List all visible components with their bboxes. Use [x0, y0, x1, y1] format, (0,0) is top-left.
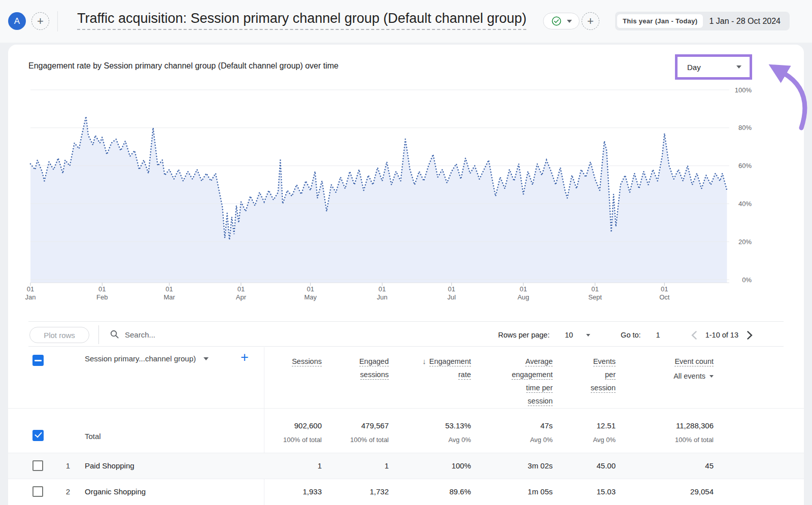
date-range-picker[interactable]: This year (Jan - Today) 1 Jan - 28 Oct 2…: [615, 12, 790, 30]
svg-text:01: 01: [448, 285, 455, 293]
avatar[interactable]: A: [8, 12, 26, 30]
goto-label: Go to:: [621, 331, 641, 339]
svg-text:80%: 80%: [738, 124, 752, 131]
svg-text:Jun: Jun: [377, 293, 388, 301]
total-metric-cell: 11,288,306100% of total: [675, 421, 714, 445]
column-header-avg-engagement-time[interactable]: Averageengagementtime persession: [512, 355, 553, 408]
row-number: 2: [57, 487, 70, 496]
metric-value: 1,732: [369, 487, 389, 496]
metric-value: 1m 05s: [528, 487, 553, 496]
metric-value: 45.00: [596, 461, 616, 470]
row-checkbox[interactable]: [32, 460, 43, 471]
previous-page-button[interactable]: [691, 331, 697, 340]
channel-name: Organic Shopping: [85, 487, 146, 496]
report-title[interactable]: Traffic acquisition: Session primary cha…: [77, 11, 526, 30]
rows-per-page-label: Rows per page:: [498, 331, 550, 339]
svg-text:100%: 100%: [735, 86, 752, 94]
metric-value: 89.6%: [449, 487, 471, 496]
report-status-pill[interactable]: [543, 13, 580, 29]
svg-text:0%: 0%: [742, 276, 752, 284]
total-metric-cell: 902,600100% of total: [283, 421, 322, 445]
rows-per-page-value[interactable]: 10: [565, 331, 573, 339]
chevron-down-icon: [736, 65, 741, 69]
add-comparison-button[interactable]: +: [582, 12, 599, 30]
svg-text:Mar: Mar: [163, 293, 175, 301]
next-page-button[interactable]: [747, 331, 753, 340]
table-row[interactable]: 2Organic Shopping1,9331,73289.6%1m 05s15…: [8, 479, 804, 504]
date-preset-chip: This year (Jan - Today): [617, 14, 703, 28]
svg-text:Oct: Oct: [659, 293, 670, 301]
divider: [28, 346, 784, 347]
svg-text:Aug: Aug: [518, 293, 529, 301]
metric-value: 3m 02s: [528, 461, 553, 470]
row-number: 1: [57, 461, 70, 470]
column-label: Average: [525, 357, 553, 366]
check-circle-icon: [551, 16, 562, 26]
svg-text:01: 01: [307, 285, 314, 293]
sort-descending-icon: ↓: [422, 357, 426, 365]
svg-text:Jul: Jul: [447, 293, 456, 301]
column-header-event-count[interactable]: Event countAll events: [673, 355, 714, 383]
channel-name: Paid Shopping: [85, 461, 134, 470]
divider: [28, 321, 784, 322]
engagement-rate-chart: 100%80%60%40%20%0%01Jan01Feb01Mar01Apr01…: [8, 76, 804, 306]
svg-text:01: 01: [238, 285, 245, 293]
total-row-checkbox[interactable]: [32, 430, 44, 441]
chevron-down-icon: [709, 375, 714, 378]
svg-text:60%: 60%: [738, 162, 752, 170]
svg-text:May: May: [304, 293, 317, 301]
column-label: session: [591, 384, 616, 393]
metric-value: 1,933: [302, 487, 322, 496]
pagination-range: 1-10 of 13: [705, 331, 738, 339]
chart-title: Engagement rate by Session primary chann…: [28, 61, 339, 71]
top-app-bar: A + Traffic acquisition: Session primary…: [0, 0, 812, 43]
svg-text:01: 01: [27, 285, 34, 293]
divider: [98, 325, 99, 344]
column-header-events-per-session[interactable]: Eventspersession: [591, 355, 616, 394]
svg-text:01: 01: [98, 285, 106, 293]
column-label: engagement: [512, 371, 553, 380]
plot-rows-button[interactable]: Plot rows: [29, 327, 89, 343]
column-header-sessions[interactable]: Sessions: [292, 355, 322, 368]
svg-text:Feb: Feb: [96, 293, 108, 301]
table-row[interactable]: 1Paid Shopping11100%3m 02s45.0045: [8, 453, 804, 479]
svg-text:01: 01: [591, 285, 598, 293]
column-header-engagement-rate[interactable]: ↓Engagementrate: [422, 355, 471, 381]
metric-value: 1: [318, 461, 322, 470]
divider: [57, 11, 58, 31]
column-label: Sessions: [292, 357, 322, 366]
metric-value: 45: [705, 461, 714, 470]
column-label: rate: [458, 371, 471, 380]
svg-text:Jan: Jan: [25, 293, 36, 301]
search-icon: [110, 329, 119, 339]
chevron-down-icon: [567, 20, 572, 23]
table-body: 1Paid Shopping11100%3m 02s45.00452Organi…: [8, 453, 804, 504]
svg-text:01: 01: [661, 285, 668, 293]
metric-value: 1: [385, 461, 389, 470]
search-input[interactable]: [125, 327, 338, 342]
svg-text:Sept: Sept: [588, 293, 602, 301]
column-label: Engagement: [429, 357, 471, 366]
new-report-plus-button[interactable]: +: [31, 12, 49, 30]
column-label: Event count: [674, 357, 714, 366]
total-row-label: Total: [85, 432, 101, 441]
svg-text:01: 01: [165, 285, 173, 293]
metric-value: 15.03: [596, 487, 616, 496]
pagination-controls: Rows per page: 10 Go to: 1 1-10 of 13: [498, 327, 753, 343]
svg-text:01: 01: [520, 285, 527, 293]
column-label: Engaged: [359, 357, 389, 366]
row-checkbox[interactable]: [32, 486, 43, 497]
svg-text:01: 01: [379, 285, 386, 293]
total-metric-cell: 12.51Avg 0%: [593, 421, 616, 445]
granularity-dropdown[interactable]: Day: [678, 57, 750, 77]
metric-value: 29,054: [690, 487, 714, 496]
total-metric-cell: 53.13%Avg 0%: [445, 421, 471, 445]
svg-text:Apr: Apr: [236, 293, 247, 301]
granularity-value: Day: [687, 63, 701, 72]
column-label: per: [605, 371, 616, 380]
total-metric-cell: 47sAvg 0%: [530, 421, 553, 445]
chevron-down-icon[interactable]: [586, 334, 590, 336]
goto-page-value[interactable]: 1: [656, 331, 660, 339]
column-header-engaged-sessions[interactable]: Engagedsessions: [359, 355, 389, 381]
svg-text:20%: 20%: [738, 238, 752, 246]
